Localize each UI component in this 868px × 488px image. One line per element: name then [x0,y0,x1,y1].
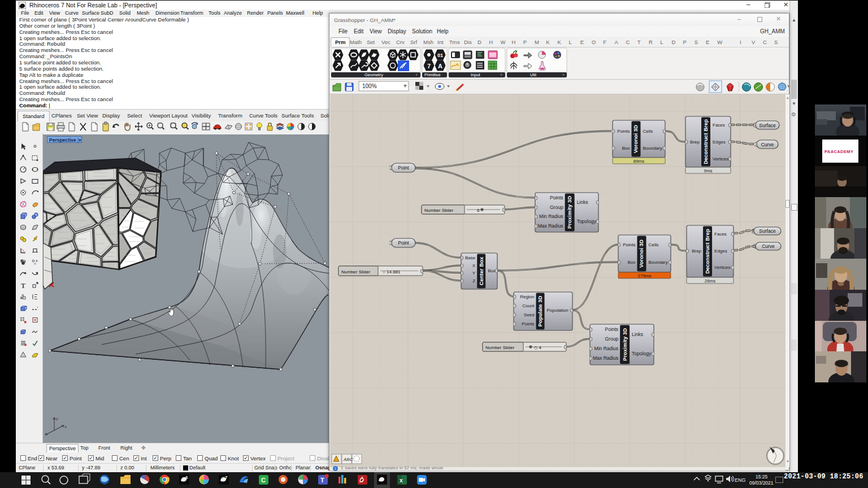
svg-text:+: + [562,73,565,77]
svg-text:Proximity 3D: Proximity 3D [566,196,572,229]
svg-text:Point: Point [398,165,409,171]
svg-text:Faces: Faces [714,232,727,237]
svg-text:Util: Util [530,72,536,77]
svg-text:Boundary: Boundary [648,260,667,265]
svg-text:Points: Points [550,195,563,201]
svg-text:Max Radius: Max Radius [593,355,618,361]
svg-text:Z: Z [472,278,475,284]
svg-text:89ms: 89ms [633,159,645,164]
svg-text:Points: Points [522,321,534,326]
svg-text:Population: Population [547,308,568,313]
svg-text:Voronoi 3D: Voronoi 3D [632,125,639,153]
svg-text:Primitive: Primitive [424,72,441,77]
svg-text:Number Slider: Number Slider [341,269,370,274]
svg-text:6: 6 [477,208,480,213]
svg-text:Points: Points [605,326,618,332]
svg-text:Group: Group [605,336,618,342]
svg-text:Curve: Curve [761,142,774,147]
svg-text:Curve: Curve [762,243,775,249]
svg-text:Point: Point [398,240,409,246]
svg-text:Surface: Surface [759,123,776,128]
svg-text:01: 01 [437,53,443,58]
svg-text:Topology: Topology [632,351,652,356]
svg-text:7: 7 [225,475,228,480]
svg-text:Proximity 3D: Proximity 3D [622,328,628,361]
svg-text:Group: Group [550,204,563,210]
svg-text:Min Radius: Min Radius [594,346,619,351]
svg-text:Count: Count [522,303,535,308]
svg-text:Cells: Cells [643,129,653,134]
svg-text:275ms: 275ms [637,273,651,278]
svg-text:Y: Y [472,271,476,276]
svg-text:Edges: Edges [713,140,726,145]
svg-text:Links: Links [632,332,643,337]
svg-text:○ 14.881: ○ 14.881 [383,269,401,274]
svg-text:x: x [64,424,67,429]
svg-text:Populate 3D: Populate 3D [537,295,543,326]
svg-text:100%: 100% [362,83,377,89]
svg-text:Vertices: Vertices [714,265,730,270]
svg-text:T: T [320,477,324,483]
svg-text:x: x [400,477,403,483]
svg-text:Seed: Seed [524,312,535,317]
svg-text:7: 7 [427,63,431,69]
svg-text:Box: Box [488,268,496,273]
svg-text:A: A [438,63,442,69]
svg-text:Center Box: Center Box [478,256,484,285]
svg-text:Max Radius: Max Radius [538,223,563,229]
svg-text:Edges: Edges [714,249,727,254]
svg-text:◇ 4: ◇ 4 [534,345,541,350]
svg-text:Box: Box [622,146,630,151]
svg-text:Links: Links [577,199,588,205]
svg-text:Number Slider: Number Slider [485,345,514,350]
svg-text:+: + [500,73,502,77]
svg-text:9ms: 9ms [704,168,712,173]
svg-text:z: z [56,416,58,421]
svg-text:Cells: Cells [648,242,658,247]
svg-text:Base: Base [465,255,476,260]
svg-text:Number Slider: Number Slider [424,208,453,213]
svg-text:ABC: ABC [343,457,353,462]
svg-text:Deconstruct Brep: Deconstruct Brep [702,119,709,164]
svg-text:Region: Region [520,294,534,299]
svg-text:Points: Points [617,129,630,134]
svg-text:Faces: Faces [713,123,725,128]
svg-text:+: + [415,73,418,77]
svg-text:Brep: Brep [690,140,700,145]
svg-text:Geometry: Geometry [364,72,383,77]
svg-text:Box: Box [628,260,636,265]
svg-text:26ms: 26ms [705,278,716,284]
svg-text:Input: Input [471,72,481,77]
svg-text:Topology: Topology [577,219,597,224]
svg-text:Boundary: Boundary [643,146,662,151]
svg-text:Vertices: Vertices [713,156,728,162]
svg-text:6: 6 [185,475,188,480]
svg-text:C: C [261,477,266,483]
svg-text:Points: Points [623,242,635,247]
svg-text:Voronoi 3D: Voronoi 3D [638,239,644,268]
svg-text:Brep: Brep [692,249,701,254]
svg-text:Deconstruct Brep: Deconstruct Brep [704,229,710,274]
svg-text:T: T [21,282,25,290]
svg-text:Surface: Surface [759,228,776,234]
svg-text:Min Radius: Min Radius [539,213,563,219]
svg-text:X: X [472,263,476,268]
